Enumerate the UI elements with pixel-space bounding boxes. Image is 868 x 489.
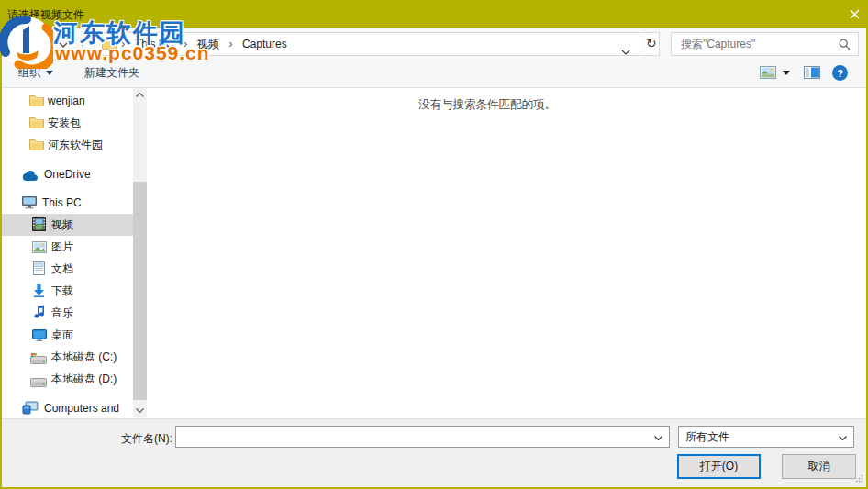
sidebar-item-label: 本地磁盘 (D:) [51, 368, 117, 390]
sidebar-item-this-pc[interactable]: This PC [2, 192, 133, 214]
folder-icon [29, 116, 44, 132]
filename-input[interactable] [180, 428, 639, 446]
file-dialog-window: 请选择视频文件 ↑ › This PC › 视频 › Captu [0, 0, 868, 489]
search-icon [839, 39, 851, 50]
sidebar-item-pictures[interactable]: 图片 [2, 236, 133, 258]
sidebar-item-label: 视频 [51, 214, 73, 236]
sidebar-item-label: 河东软件园 [48, 134, 103, 156]
breadcrumb-captures[interactable]: Captures [237, 33, 293, 55]
address-dropdown-button[interactable] [621, 42, 630, 59]
breadcrumb-videos[interactable]: 视频 [192, 33, 225, 55]
sidebar-item-hedong[interactable]: 河东软件园 [2, 134, 133, 156]
downloads-icon [32, 283, 46, 301]
this-pc-icon [21, 195, 38, 213]
help-icon: ? [837, 68, 843, 79]
scroll-up-button[interactable] [133, 88, 147, 102]
filename-label: 文件名(N): [108, 431, 172, 447]
folder-icon [29, 94, 44, 110]
videos-icon [32, 217, 46, 235]
sidebar-scrollbar[interactable] [133, 88, 147, 417]
folder-icon [102, 38, 117, 50]
breadcrumb: › This PC › 视频 › Captures [121, 33, 293, 55]
up-button[interactable]: ↑ [79, 33, 86, 49]
refresh-icon[interactable]: ↻ [646, 36, 657, 50]
command-toolbar: 组织 新建文件夹 ? [2, 59, 866, 88]
organize-label: 组织 [18, 59, 40, 87]
filetype-dropdown[interactable]: 所有文件 [678, 426, 854, 448]
scrollbar-thumb[interactable] [133, 182, 147, 400]
sidebar-item-label: OneDrive [44, 163, 91, 185]
drive-c-icon [30, 351, 47, 368]
sidebar-item-label: 安装包 [48, 112, 81, 134]
onedrive-icon [21, 169, 39, 185]
sidebar-item-music[interactable]: 音乐 [2, 302, 133, 324]
chevron-down-icon [783, 71, 790, 75]
breadcrumb-this-pc[interactable]: This PC [129, 33, 180, 55]
cancel-button[interactable]: 取消 [782, 454, 856, 479]
title-bar[interactable]: 请选择视频文件 [0, 0, 868, 28]
chevron-down-icon[interactable] [654, 436, 662, 440]
sidebar-item-label: 本地磁盘 (C:) [51, 346, 117, 368]
help-button[interactable]: ? [832, 65, 848, 81]
close-button[interactable] [840, 0, 868, 28]
folder-icon [29, 138, 44, 154]
file-list-area[interactable]: 没有与搜索条件匹配的项。 [147, 88, 866, 417]
sidebar-item-label: This PC [42, 192, 82, 214]
resize-grip[interactable] [855, 474, 863, 483]
sidebar-item-videos[interactable]: 视频 [2, 214, 133, 236]
close-icon [850, 9, 860, 19]
sidebar-item-label: wenjian [48, 90, 85, 112]
chevron-up-icon [136, 93, 144, 97]
music-icon [34, 305, 45, 323]
address-separator [640, 36, 640, 52]
sidebar-item-network[interactable]: Computers and [2, 397, 133, 419]
open-button[interactable]: 打开(O) [677, 454, 761, 479]
sidebar-item-onedrive[interactable]: OneDrive [2, 163, 133, 185]
preview-pane-button[interactable] [804, 66, 820, 83]
sidebar-item-label: 桌面 [51, 324, 73, 346]
new-folder-label: 新建文件夹 [84, 59, 139, 87]
crumb-separator-icon: › [121, 33, 125, 55]
open-button-label: 打开(O) [700, 459, 738, 474]
window-title: 请选择视频文件 [7, 7, 84, 23]
empty-search-message: 没有与搜索条件匹配的项。 [418, 97, 556, 113]
sidebar-item-drive-d[interactable]: 本地磁盘 (D:) [2, 368, 133, 390]
thumbnail-view-icon [760, 66, 776, 79]
view-mode-button[interactable] [760, 66, 790, 79]
sidebar-item-label: 文档 [51, 258, 73, 280]
search-box[interactable] [671, 32, 859, 56]
preview-pane-icon [804, 66, 820, 79]
sidebar-item-anzhuangbao[interactable]: 安装包 [2, 112, 133, 134]
sidebar-item-label: 音乐 [51, 302, 73, 324]
chevron-down-icon [46, 71, 53, 75]
sidebar-item-label: Computers and [44, 397, 119, 419]
drive-d-icon [30, 374, 47, 391]
sidebar-item-downloads[interactable]: 下载 [2, 280, 133, 302]
sidebar-item-documents[interactable]: 文档 [2, 258, 133, 280]
crumb-separator-icon: › [184, 33, 187, 55]
sidebar-item-wenjian[interactable]: wenjian [2, 90, 133, 112]
sidebar-item-label: 图片 [51, 236, 73, 258]
recent-locations-button[interactable] [59, 35, 68, 51]
chevron-down-icon [621, 50, 630, 55]
organize-button[interactable]: 组织 [18, 59, 53, 87]
desktop-icon [32, 328, 47, 345]
network-icon [22, 401, 39, 418]
chevron-down-icon [839, 436, 847, 440]
documents-icon [33, 261, 45, 279]
filename-combobox[interactable] [175, 426, 670, 448]
cancel-button-label: 取消 [808, 459, 830, 474]
new-folder-button[interactable]: 新建文件夹 [84, 59, 139, 87]
crumb-separator-icon: › [228, 33, 232, 55]
search-input[interactable] [679, 34, 833, 54]
sidebar-item-desktop[interactable]: 桌面 [2, 324, 133, 346]
dialog-body: wenjian 安装包 河东软件园 OneDrive This PC [2, 88, 866, 417]
dialog-footer: 文件名(N): 所有文件 打开(O) 取消 [2, 418, 866, 487]
sidebar-item-drive-c[interactable]: 本地磁盘 (C:) [2, 346, 133, 368]
scroll-down-button[interactable] [133, 404, 147, 417]
filetype-value: 所有文件 [685, 427, 729, 447]
pictures-icon [32, 240, 47, 257]
address-bar[interactable]: › This PC › 视频 › Captures ↻ [95, 32, 660, 56]
sidebar-item-label: 下载 [51, 280, 73, 302]
chevron-down-icon [59, 42, 68, 48]
